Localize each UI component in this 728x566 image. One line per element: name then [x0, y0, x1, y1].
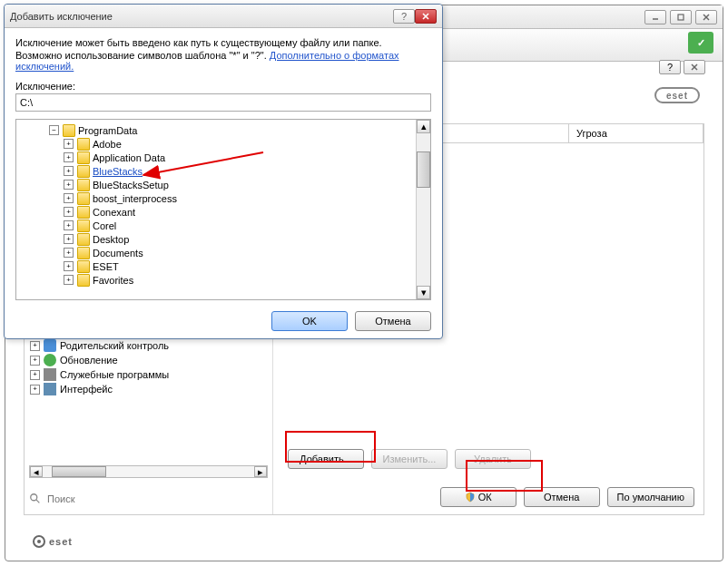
- folder-icon: [77, 165, 90, 178]
- folder-icon: [77, 260, 90, 273]
- tools-icon: [44, 368, 56, 381]
- dialog-bottom-buttons: ОК Отмена По умолчанию: [440, 487, 694, 507]
- cancel-button[interactable]: Отмена: [524, 487, 600, 507]
- svg-line-7: [36, 500, 40, 503]
- scroll-right-arrow[interactable]: ▸: [254, 466, 267, 477]
- expand-icon[interactable]: +: [64, 275, 74, 285]
- svg-point-6: [31, 494, 37, 501]
- expand-icon[interactable]: +: [64, 180, 74, 190]
- v-scroll-thumb[interactable]: [417, 151, 430, 188]
- sub-close-button[interactable]: [684, 60, 705, 74]
- minimize-button[interactable]: [644, 10, 666, 24]
- v-scrollbar[interactable]: ▴ ▾: [416, 120, 430, 299]
- dialog-titlebar: Добавить исключение ?: [5, 5, 442, 28]
- expand-icon[interactable]: +: [64, 234, 74, 244]
- folder-label: BlueStacksSetup: [93, 180, 169, 190]
- status-ok-icon: ✓: [688, 32, 713, 54]
- expand-icon[interactable]: +: [64, 248, 74, 258]
- tree-item-parental[interactable]: + Родительский контроль: [30, 338, 267, 353]
- tree-folder[interactable]: +BlueStacksSetup: [20, 178, 427, 191]
- expand-icon[interactable]: +: [64, 166, 74, 176]
- default-button[interactable]: По умолчанию: [607, 487, 694, 507]
- folder-icon: [77, 151, 90, 164]
- dialog-body: Исключение может быть введено как путь к…: [5, 28, 442, 309]
- expand-icon[interactable]: +: [64, 193, 74, 203]
- folder-icon: [77, 138, 90, 151]
- expand-icon[interactable]: +: [64, 139, 74, 149]
- expand-icon[interactable]: +: [64, 261, 74, 271]
- add-button[interactable]: Добавить...: [288, 449, 364, 469]
- folder-label: Documents: [93, 248, 143, 259]
- list-buttons: Добавить... Изменить... Удалить: [288, 449, 531, 469]
- maximize-button[interactable]: [670, 10, 692, 24]
- left-tree: + Родительский контроль + Обновление + С…: [25, 333, 272, 402]
- expand-icon[interactable]: +: [30, 385, 40, 395]
- tree-folder[interactable]: +Conexant: [20, 205, 427, 219]
- scroll-up-arrow[interactable]: ▴: [417, 120, 430, 133]
- close-button[interactable]: [695, 10, 717, 24]
- tree-folder[interactable]: +Application Data: [20, 151, 427, 164]
- tree-label: Родительский контроль: [60, 340, 169, 351]
- dialog-help-button[interactable]: ?: [393, 9, 415, 24]
- folder-icon: [63, 124, 75, 137]
- dialog-close-button[interactable]: [415, 9, 437, 24]
- help-button[interactable]: ?: [659, 60, 681, 74]
- ok-label: ОК: [478, 492, 492, 503]
- folder-icon: [77, 247, 90, 259]
- dialog-cancel-button[interactable]: Отмена: [355, 311, 431, 331]
- col-threat[interactable]: Угроза: [569, 124, 703, 142]
- folder-icon: [77, 192, 90, 205]
- folder-icon: [77, 220, 90, 232]
- eye-icon: [33, 535, 45, 548]
- expand-icon[interactable]: +: [64, 207, 74, 217]
- folder-label: Conexant: [93, 207, 135, 218]
- expand-icon[interactable]: +: [30, 356, 40, 366]
- collapse-icon[interactable]: −: [49, 125, 59, 135]
- scroll-thumb[interactable]: [52, 466, 106, 477]
- desc-text-2a: Возможно использование символов шаблона …: [15, 50, 270, 61]
- tree-folder[interactable]: +Adobe: [20, 137, 427, 151]
- eset-logo: eset: [654, 87, 700, 103]
- scroll-down-arrow[interactable]: ▾: [417, 286, 430, 299]
- tree-folder[interactable]: +Documents: [20, 246, 427, 259]
- tree-item-tools[interactable]: + Служебные программы: [30, 367, 267, 382]
- exclusion-input[interactable]: [15, 93, 431, 112]
- expand-icon[interactable]: +: [30, 370, 40, 380]
- tree-folder[interactable]: +BlueStacks: [20, 164, 427, 178]
- h-scrollbar[interactable]: ◂ ▸: [29, 465, 268, 478]
- delete-button: Удалить: [455, 449, 531, 469]
- ok-button[interactable]: ОК: [440, 487, 516, 507]
- tree-folder[interactable]: +boost_interprocess: [20, 191, 427, 205]
- dialog-ok-button[interactable]: OK: [271, 311, 348, 331]
- expand-icon[interactable]: +: [64, 152, 74, 162]
- shield-icon: [465, 492, 476, 503]
- folder-label: Application Data: [93, 152, 165, 163]
- edit-button: Изменить...: [371, 449, 448, 469]
- tree-root[interactable]: −ProgramData: [20, 123, 427, 137]
- tree-item-ui[interactable]: + Интерфейс: [30, 382, 267, 396]
- folder-icon: [77, 274, 90, 287]
- folder-label: boost_interprocess: [93, 193, 177, 204]
- folder-label: Corel: [93, 220, 116, 231]
- expand-icon[interactable]: +: [30, 341, 40, 351]
- expand-icon[interactable]: +: [64, 220, 74, 230]
- ui-icon: [44, 383, 56, 395]
- folder-icon: [77, 233, 90, 246]
- tree-item-update[interactable]: + Обновление: [30, 353, 267, 367]
- tree-label: Интерфейс: [60, 384, 113, 395]
- search-row: [29, 493, 268, 505]
- tree-folder[interactable]: +Favorites: [20, 273, 427, 287]
- tree-folder[interactable]: +Desktop: [20, 232, 427, 246]
- desc-line-2: Возможно использование символов шаблона …: [15, 50, 431, 72]
- scroll-left-arrow[interactable]: ◂: [30, 466, 43, 477]
- folder-label: ESET: [93, 261, 119, 272]
- tree-folder[interactable]: +ESET: [20, 259, 427, 273]
- footer-logo: eset: [33, 535, 73, 548]
- folder-label: Adobe: [93, 139, 122, 150]
- search-input[interactable]: [47, 493, 268, 504]
- tree-folder[interactable]: +Corel: [20, 219, 427, 232]
- folder-label: Desktop: [93, 234, 129, 245]
- parental-icon: [44, 339, 56, 352]
- folder-icon: [77, 179, 90, 191]
- tree-label: Обновление: [60, 355, 118, 366]
